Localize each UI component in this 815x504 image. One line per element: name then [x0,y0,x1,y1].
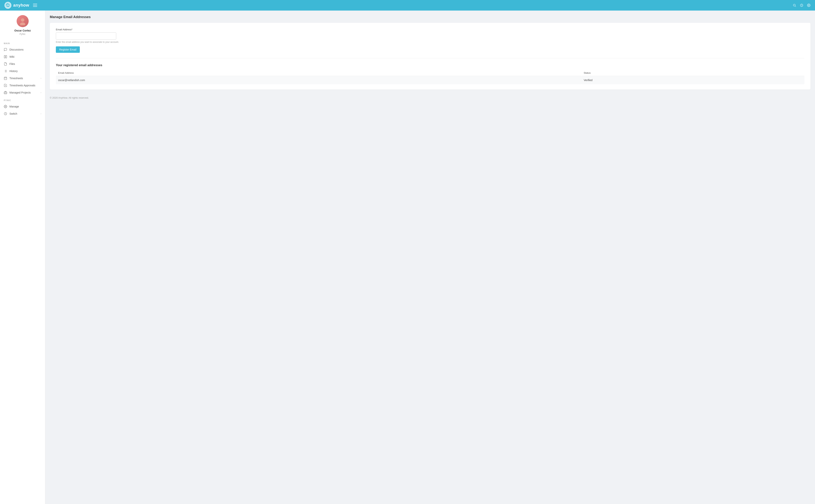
sidebar-item-manage[interactable]: Manage [0,103,45,110]
sidebar-item-switch[interactable]: Switch › [0,110,45,117]
user-org: PyNic [20,33,25,35]
history-button[interactable] [800,4,803,7]
sidebar-item-files[interactable]: Files [0,60,45,68]
page-title: Manage Email Addresses [50,15,810,19]
sidebar-discussions-label: Discussions [9,48,41,51]
email-input[interactable] [56,32,116,40]
email-hint: Enter the email address you want to asso… [56,41,804,43]
list-icon [4,69,7,73]
bubble-icon [4,48,7,51]
register-email-button[interactable]: Register Email [56,46,80,53]
sidebar-files-label: Files [9,62,41,65]
col-status-header: Status [582,70,804,76]
check-square-icon [4,84,7,87]
sidebar-item-wiki[interactable]: Wiki [0,53,45,60]
registered-emails-title: Your registered email addresses [56,64,804,67]
svg-line-2 [795,6,796,7]
sidebar-profile: Oscar Cortez PyNic [0,15,45,39]
status-cell: Verified [582,76,804,84]
email-table: Email Address Status oscar@netlandish.co… [56,70,804,84]
main-section-label: MAIN [0,39,45,46]
svg-rect-7 [4,55,5,58]
sidebar-timesheets-approvals-label: Timesheets Approvals [9,84,41,87]
sidebar-item-managed-projects[interactable]: Managed Projects › [0,89,45,96]
book-icon [4,55,7,58]
sidebar-item-history[interactable]: History [0,68,45,75]
sidebar-timesheets-label: Timesheets [9,77,38,80]
svg-point-20 [5,106,6,107]
layout: Oscar Cortez PyNic MAIN Discussions Wiki… [0,0,815,504]
sidebar-switch-label: Switch [9,112,38,115]
main-content: Manage Email Addresses Email Address* En… [45,11,815,504]
svg-point-5 [21,18,24,22]
calendar-icon [4,77,7,80]
gear-icon [4,105,7,108]
pynic-section-label: PYNIC [0,96,45,103]
topnav: anyhow [0,0,815,11]
hamburger-button[interactable] [32,3,38,8]
user-name: Oscar Cortez [14,29,31,32]
sidebar-wiki-label: Wiki [9,55,41,58]
search-button[interactable] [793,4,796,7]
page-footer: © 2020 AnyHow. All rights reserved. [50,93,810,101]
brand: anyhow [5,2,29,9]
sidebar-item-timesheets-approvals[interactable]: Timesheets Approvals [0,82,45,89]
avatar [17,15,29,27]
topnav-right [793,4,810,7]
file-icon [4,62,7,66]
sidebar-manage-label: Manage [9,105,41,108]
briefcase-icon [4,91,7,94]
svg-point-6 [20,22,25,25]
settings-button[interactable] [807,4,810,7]
svg-point-0 [6,3,10,8]
svg-rect-15 [4,77,7,80]
sidebar: Oscar Cortez PyNic MAIN Discussions Wiki… [0,11,45,504]
svg-rect-19 [4,92,7,94]
section-divider [56,58,804,58]
sidebar-item-discussions[interactable]: Discussions [0,46,45,53]
chevron-right-icon-2: › [41,91,41,94]
chevron-right-icon-3: › [41,112,41,115]
chevron-right-icon: › [41,77,41,80]
footer-text: © 2020 AnyHow. All rights reserved. [50,96,89,99]
topnav-left: anyhow [5,2,38,9]
registered-emails-section: Your registered email addresses Email Ad… [56,64,804,84]
clock-icon [4,112,7,115]
email-label: Email Address* [56,28,804,31]
svg-rect-8 [6,55,7,58]
brand-name: anyhow [13,3,29,8]
sidebar-history-label: History [9,70,41,73]
svg-point-4 [808,5,809,6]
brand-logo-icon [5,2,11,9]
manage-email-card: Email Address* Enter the email address y… [50,23,810,90]
sidebar-item-timesheets[interactable]: Timesheets › [0,75,45,82]
email-form: Email Address* Enter the email address y… [56,28,804,53]
email-cell: oscar@netlandish.com [56,76,582,84]
svg-point-1 [793,4,795,6]
col-email-header: Email Address [56,70,582,76]
sidebar-managed-projects-label: Managed Projects [9,91,38,94]
